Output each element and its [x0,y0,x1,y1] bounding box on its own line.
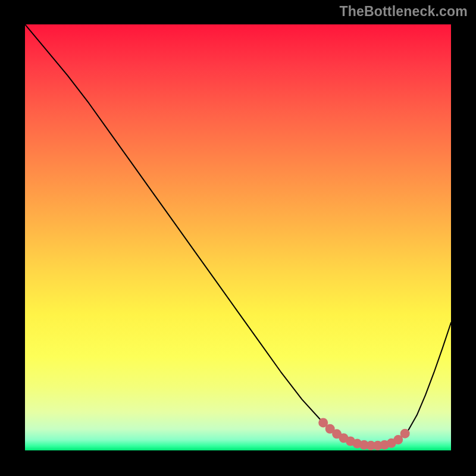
chart-frame: TheBottleneck.com [0,0,476,476]
optimal-marker [400,429,410,439]
optimal-markers [318,418,409,450]
chart-svg [25,24,451,450]
bottleneck-curve [25,24,451,446]
plot-area [25,24,451,450]
attribution-text: TheBottleneck.com [339,4,468,20]
